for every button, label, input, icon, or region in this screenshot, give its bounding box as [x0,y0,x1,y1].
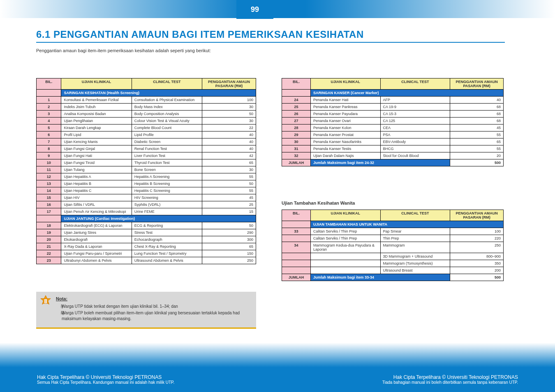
footer-left: Hak Cipta Terpelihara © Universiti Tekno… [37,374,174,385]
table-cell: 18 [37,222,61,229]
table-cell: AFP [380,97,450,104]
table-cell: Echocardiograph [132,236,202,243]
table-cell: Penanda Kanser Hati [310,97,380,104]
t1-section1: SARINGAN KESIHATAN (Health Screening) [61,90,256,97]
table-cell: 290 [202,229,256,236]
table-cell: 2 [37,104,61,111]
table-cell: 29 [282,131,311,138]
table-cell: Ujian Fungsi Tiroid [61,159,132,166]
table-cell: 23 [37,257,61,264]
table-cell: CA 15-3 [380,111,450,118]
table-cell: 25 [202,201,256,208]
table-cell: BHCG [380,145,450,152]
table-cell: 27 [282,118,311,125]
table-cell: Ujian Kencing Manis [61,138,132,145]
table-cell: Stool for Occult Blood [380,152,450,159]
table-cell: 31 [282,145,311,152]
table-cell: 40 [202,145,256,152]
table-cell: Consultation & Physical Examination [132,97,202,104]
table-cell: 25 [282,104,311,111]
section-title: 6.1 PENGGANTIAN AMAUN BAGI ITEM PEMERIKS… [36,29,364,40]
t2-h3: CLINICAL TEST [380,78,450,90]
table-cell: 26 [282,111,311,118]
table-cell: Penanda Kanser Ovari [310,118,380,125]
table-cell: Ujian Hepatitis C [61,187,132,194]
t3-section: UJIAN TAMBAHAN KHAS UNTUK WANITA [310,221,503,228]
table-cell: Konsultasi & Pemeriksaan Fizikal [61,97,132,104]
table-cell: Ujian Fungsi Paru-paru / Spirometri [61,250,132,257]
table-cell: Ujian Fungsi Hati [61,152,132,159]
table-cell: 8 [37,145,61,152]
t2-jumlah-label: JUMLAH [282,159,311,166]
table-cell: Ujian Siﬁlis / VDRL [61,201,132,208]
table-cell: Syphilis (VDRL) [132,201,202,208]
title-rule [36,42,505,43]
table-cell: Hepatitis A Screening [132,173,202,180]
table-cell: 7 [37,138,61,145]
table-cell: 12 [37,173,61,180]
table-cell: 300 [202,236,256,243]
table-cell: 34 [282,242,311,253]
table-cell: 28 [282,125,311,131]
table-cell: Mammogram [380,242,450,253]
table-cell: 24 [282,97,311,104]
table-cell: Penanda Kanser Testis [310,145,380,152]
table-cell: Ujian HIV [61,194,132,201]
t1-h4: PENGGANTIAN AMAUN PASARAN (RM) [202,78,256,90]
t2-h4: PENGGANTIAN AMAUN PASARAN (RM) [450,78,504,90]
table-cell: 4 [37,118,61,125]
table-cell: 15 [37,194,61,201]
table-cell: 9 [37,152,61,159]
table-cell: 68 [450,118,504,125]
table-cell: Ujian Hepatitis A [61,173,132,180]
table-cell: Complete Blood Count [132,125,202,131]
t3-h2: UJIAN KLINIKAL [310,210,380,221]
table-cell: 20 [37,236,61,243]
table-cell: Penanda Kanser Kolon [310,125,380,131]
t1-section2: UJIAN JANTUNG (Cardiac Investigation) [61,215,256,222]
table-cell: Ujian Tulang [61,166,132,173]
table-cell: Stress Test [132,229,202,236]
intro-text: Penggantian amaun bagi item-item pemerik… [36,47,504,54]
table-cell: Urine FEME [132,208,202,215]
table-cell: 11 [37,166,61,173]
note-title: Nota: [56,296,251,302]
table-cell: Liver Function Test [132,152,202,159]
top-band [0,0,555,18]
table-cell: Diabetic Screen [132,138,202,145]
table-cell: 55 [450,145,504,152]
t2-section: SARINGAN KANSER (Cancer Marker) [310,90,503,97]
t3-h1: BIL. [282,210,311,221]
table-cell: Ultrasound Abdomen & Pelvis [132,257,202,264]
t2-h2: UJIAN KLINIKAL [310,78,380,90]
table-cell: Thyroid Function Test [132,159,202,166]
table-cell: 55 [202,187,256,194]
table-cell: Mammogram Kedua-dua Payudara & Laporan [310,242,380,253]
table-cell: Elektrokardiografi (ECG) & Laporan [61,222,132,229]
table-cell [282,235,311,242]
table-cell: 55 [450,131,504,138]
table-cell: 17 [37,208,61,215]
table-cell: Ultrabunyi Abdomen & Pelvis [61,257,132,264]
table-cell: X-Ray Dada & Laporan [61,243,132,250]
table-cell: ECG & Reporting [132,222,202,229]
table-cell: 16 [37,201,61,208]
table-cell: 50 [202,180,256,187]
t2-jumlah-note: Jumlah Maksimum bagi item 24-32 [310,159,450,166]
table-cell: 40 [202,138,256,145]
table-cell: 6 [37,131,61,138]
table-cell: 40 [202,131,256,138]
table-cell: Penanda Kanser Prostat [310,131,380,138]
t1-h3: CLINICAL TEST [132,78,202,90]
note-box: Nota: i)Warga UTP tidak terikat dengan i… [36,292,256,329]
table-cell: Calitan Serviks / Thin Prep [310,228,380,235]
table-cell: CA 19-9 [380,104,450,111]
table-cell: Body Mass Index [132,104,202,111]
note-icon [39,295,52,307]
table-cell: 55 [202,173,256,180]
table-cell: 3 [37,111,61,118]
table-cell: 45 [202,194,256,201]
table-cell: 32 [282,152,311,159]
table-cell: Renal Function Test [132,145,202,152]
table-cell: 250 [202,257,256,264]
